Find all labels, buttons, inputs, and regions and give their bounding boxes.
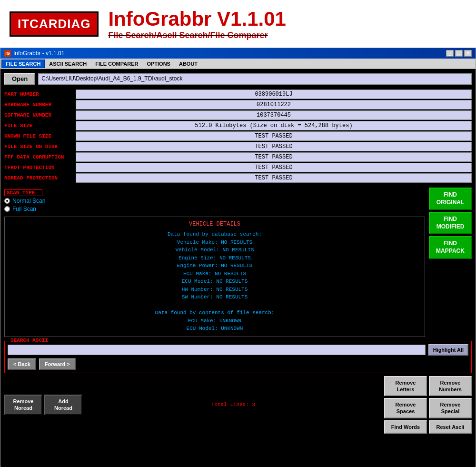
- left-column: SCAN TYPE Normal Scan Full Scan VEHICLE …: [4, 188, 425, 337]
- info-row-known-file-size: KNOWN FILE SIZE TEST PASSED: [4, 131, 472, 141]
- search-ascii-section: SEARCH ASCII Highlight All < Back Forwar…: [4, 341, 472, 373]
- label-part-number: PART NUMBER: [4, 91, 76, 97]
- banner-text: InfoGrabbr V1.1.01 File Search/Ascii Sea…: [108, 8, 286, 40]
- titlebar-left: IG InfoGrabbr - v1.1.01: [4, 50, 64, 57]
- menu-ascii-search[interactable]: ASCII SEARCH: [45, 60, 91, 68]
- ascii-search-input[interactable]: [8, 345, 426, 355]
- total-lines: Total Lines: 3: [211, 402, 255, 407]
- close-button[interactable]: ✕: [464, 50, 472, 57]
- remove-spaces-button[interactable]: RemoveSpaces: [384, 398, 427, 418]
- reset-ascii-button[interactable]: Reset Ascii: [429, 420, 472, 434]
- search-ascii-label: SEARCH ASCII: [9, 337, 50, 343]
- label-software-number: SOFTWARE NUMBER: [4, 112, 76, 118]
- db-result-6: HW Number: NO RESULTS: [9, 286, 421, 294]
- find-words-button[interactable]: Find Words: [384, 420, 427, 434]
- value-known-file-size: TEST PASSED: [76, 131, 472, 141]
- vehicle-text: Data found by database search: Vehicle M…: [9, 230, 421, 333]
- search-row: Highlight All: [8, 344, 468, 356]
- remove-noread-button[interactable]: RemoveNoread: [4, 395, 42, 415]
- value-file-size: 512.0 Kilobytes (Size on disk = 524,288 …: [76, 121, 472, 130]
- value-hardware-number: 0281011222: [76, 100, 472, 109]
- value-noread-protection: TEST PASSED: [76, 173, 472, 183]
- radio-full-scan[interactable]: Full Scan: [4, 206, 425, 212]
- file-path-display: C:\Users\LIU\Desktop\Audi_A4_B6_1.9_TDI\…: [38, 73, 472, 85]
- value-tfrot-protection: TEST PASSED: [76, 163, 472, 172]
- label-noread-protection: NOREAD PROTECTION: [4, 175, 76, 181]
- radio-normal-icon[interactable]: [4, 198, 10, 204]
- maximize-button[interactable]: □: [455, 50, 463, 57]
- open-button[interactable]: Open: [4, 73, 35, 85]
- file-search-header: Data found by contents of file search:: [9, 309, 421, 317]
- db-result-5: ECU Model: NO RESULTS: [9, 278, 421, 286]
- remove-special-button[interactable]: RemoveSpecial: [429, 398, 472, 418]
- db-result-1: Vehicle Model: NO RESULTS: [9, 246, 421, 254]
- back-button[interactable]: < Back: [8, 358, 36, 370]
- vehicle-title: VEHICLE DETAILS: [9, 221, 421, 228]
- info-row-file-size-on-disk: FILE SIZE ON DISK TEST PASSED: [4, 142, 472, 151]
- bottom-action-bar: RemoveNoread Add Noread Total Lines: 3 R…: [4, 376, 472, 434]
- info-row-tfrot-protection: TFROT PROTECTION TEST PASSED: [4, 163, 472, 172]
- file-result-0: ECU Make: UNKNOWN: [9, 317, 421, 325]
- logo: ITCARDIAG: [10, 11, 99, 37]
- db-result-7: SW Number: NO RESULTS: [9, 293, 421, 301]
- menu-about[interactable]: ABOUT: [175, 60, 202, 68]
- db-result-4: ECU Make: NO RESULTS: [9, 270, 421, 278]
- top-banner: ITCARDIAG InfoGrabbr V1.1.01 File Search…: [0, 0, 476, 48]
- label-file-size-on-disk: FILE SIZE ON DISK: [4, 144, 76, 149]
- find-original-button[interactable]: FINDORIGINAL: [429, 188, 472, 210]
- menu-file-search[interactable]: FILE SEARCH: [1, 60, 45, 68]
- info-grid: PART NUMBER 038906019LJ HARDWARE NUMBER …: [4, 89, 472, 183]
- find-mappack-button[interactable]: FINDMAPPACK: [429, 236, 472, 258]
- window-title: InfoGrabbr - v1.1.01: [13, 50, 64, 57]
- add-noread-button[interactable]: Add Noread: [44, 395, 82, 415]
- app-title: InfoGrabbr V1.1.01: [108, 8, 286, 30]
- value-software-number: 1037370445: [76, 110, 472, 120]
- db-search-header: Data found by database search:: [9, 230, 421, 238]
- db-result-0: Vehicle Make: NO RESULTS: [9, 238, 421, 247]
- bottom-section: SCAN TYPE Normal Scan Full Scan VEHICLE …: [4, 188, 472, 337]
- bottom-left-buttons: RemoveNoread Add Noread: [4, 395, 82, 415]
- radio-full-icon[interactable]: [4, 206, 10, 212]
- app-subtitle: File Search/Ascii Search/File Comparer: [108, 30, 286, 40]
- radio-normal-scan[interactable]: Normal Scan: [4, 198, 425, 204]
- remove-letters-button[interactable]: RemoveLetters: [384, 376, 427, 397]
- find-buttons-area: FINDORIGINAL FINDMODIFIED FINDMAPPACK: [429, 188, 472, 337]
- label-hardware-number: HARDWARE NUMBER: [4, 102, 76, 108]
- info-row-software-number: SOFTWARE NUMBER 1037370445: [4, 110, 472, 120]
- bottom-right-buttons: RemoveLetters RemoveNumbers RemoveSpaces…: [384, 376, 472, 434]
- file-path-row: Open C:\Users\LIU\Desktop\Audi_A4_B6_1.9…: [4, 73, 472, 85]
- forward-button[interactable]: Forward >: [39, 358, 76, 370]
- info-row-fff-corruption: FFF DATA CORRUPTION TEST PASSED: [4, 152, 472, 162]
- file-result-1: ECU Model: UNKNOWN: [9, 325, 421, 333]
- vehicle-box: VEHICLE DETAILS Data found by database s…: [4, 217, 425, 337]
- titlebar: IG InfoGrabbr - v1.1.01 _ □ ✕: [0, 48, 476, 59]
- titlebar-controls: _ □ ✕: [446, 50, 472, 57]
- info-row-part-number: PART NUMBER 038906019LJ: [4, 89, 472, 99]
- find-modified-button[interactable]: FINDMODIFIED: [429, 212, 472, 234]
- info-row-hardware-number: HARDWARE NUMBER 0281011222: [4, 100, 472, 109]
- db-result-3: Engine Power: NO RESULTS: [9, 262, 421, 270]
- value-fff-corruption: TEST PASSED: [76, 152, 472, 162]
- menu-options[interactable]: OPTIONS: [142, 60, 175, 68]
- info-row-file-size: FILE SIZE 512.0 Kilobytes (Size on disk …: [4, 121, 472, 130]
- radio-normal-label: Normal Scan: [12, 198, 45, 204]
- main-area: Open C:\Users\LIU\Desktop\Audi_A4_B6_1.9…: [0, 69, 476, 467]
- highlight-all-button[interactable]: Highlight All: [428, 344, 468, 356]
- scan-type-label: SCAN TYPE: [4, 189, 42, 196]
- value-part-number: 038906019LJ: [76, 89, 472, 99]
- menubar: FILE SEARCH ASCII SEARCH FILE COMPARER O…: [0, 59, 476, 69]
- label-known-file-size: KNOWN FILE SIZE: [4, 133, 76, 139]
- info-row-noread-protection: NOREAD PROTECTION TEST PASSED: [4, 173, 472, 183]
- scan-type-area: SCAN TYPE Normal Scan Full Scan: [4, 188, 425, 214]
- nav-row: < Back Forward >: [8, 358, 468, 370]
- titlebar-app-icon: IG: [4, 50, 11, 57]
- main-window: IG InfoGrabbr - v1.1.01 _ □ ✕ FILE SEARC…: [0, 48, 476, 466]
- label-fff-corruption: FFF DATA CORRUPTION: [4, 154, 76, 160]
- remove-numbers-button[interactable]: RemoveNumbers: [429, 376, 472, 397]
- radio-full-label: Full Scan: [12, 206, 36, 212]
- value-file-size-on-disk: TEST PASSED: [76, 142, 472, 151]
- label-file-size: FILE SIZE: [4, 123, 76, 129]
- menu-file-comparer[interactable]: FILE COMPARER: [91, 60, 142, 68]
- db-result-2: Engine Size: NO RESULTS: [9, 254, 421, 262]
- minimize-button[interactable]: _: [446, 50, 454, 57]
